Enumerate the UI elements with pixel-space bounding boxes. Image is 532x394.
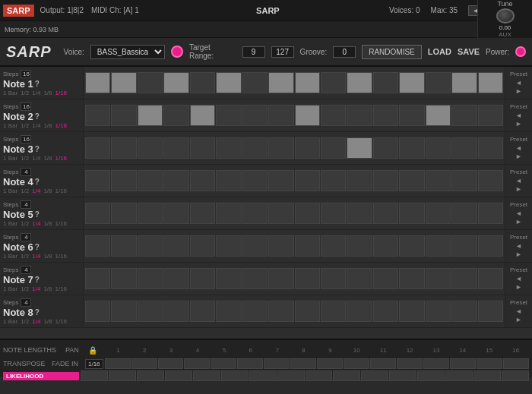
grid-cell-1-3[interactable]	[138, 72, 163, 93]
bar-opt-3-12[interactable]: 1/2	[21, 155, 29, 162]
transpose-cell-12[interactable]	[397, 358, 423, 369]
bar-opt-1-1 Bar[interactable]: 1 Bar	[3, 90, 17, 96]
bar-opt-8-1 Bar[interactable]: 1 Bar	[3, 318, 17, 325]
preset-up-1[interactable]: ◄	[515, 79, 522, 87]
grid-cell-4-10[interactable]	[321, 170, 346, 191]
preset-down-2[interactable]: ►	[515, 120, 522, 128]
grid-cell-4-7[interactable]	[242, 170, 268, 191]
target-low-input[interactable]	[242, 46, 265, 58]
grid-cell-2-6[interactable]	[216, 105, 241, 126]
bar-opt-1-14[interactable]: 1/4	[32, 90, 40, 96]
transpose-cell-2[interactable]	[131, 358, 157, 369]
grid-cell-1-6[interactable]	[216, 72, 241, 93]
grid-cell-7-1[interactable]	[85, 268, 110, 289]
bar-opt-2-18[interactable]: 1/8	[43, 122, 52, 129]
grid-cell-7-9[interactable]	[295, 268, 320, 289]
grid-cell-2-8[interactable]	[268, 105, 293, 126]
likelihood-cell-5[interactable]	[193, 370, 220, 381]
transpose-cell-16[interactable]	[503, 358, 529, 369]
grid-cell-5-12[interactable]	[373, 203, 398, 224]
transpose-cell-5[interactable]	[211, 358, 236, 369]
grid-cell-1-5[interactable]	[190, 72, 215, 93]
preset-up-2[interactable]: ◄	[515, 112, 522, 119]
bar-opt-8-116[interactable]: 1/16	[55, 318, 68, 325]
grid-cell-3-7[interactable]	[242, 137, 268, 159]
bar-opt-5-18[interactable]: 1/8	[43, 220, 52, 227]
grid-cell-8-6[interactable]	[216, 301, 241, 322]
grid-cell-4-5[interactable]	[190, 170, 215, 191]
grid-cell-2-1[interactable]	[85, 105, 110, 126]
grid-cell-6-5[interactable]	[190, 235, 215, 257]
grid-cell-3-11[interactable]	[347, 137, 372, 159]
grid-cell-7-16[interactable]	[478, 268, 503, 289]
bar-opt-6-1 Bar[interactable]: 1 Bar	[3, 253, 17, 260]
grid-cell-7-10[interactable]	[321, 268, 346, 289]
tune-knob[interactable]	[496, 8, 515, 24]
preset-up-6[interactable]: ◄	[515, 242, 522, 250]
likelihood-cell-3[interactable]	[137, 370, 164, 381]
likelihood-cell-16[interactable]	[502, 370, 529, 381]
grid-cell-2-9[interactable]	[295, 105, 320, 126]
likelihood-cell-11[interactable]	[361, 370, 388, 381]
grid-cell-8-3[interactable]	[138, 301, 163, 322]
grid-cell-6-14[interactable]	[426, 235, 451, 257]
grid-cell-4-2[interactable]	[111, 170, 136, 191]
grid-cell-3-1[interactable]	[85, 137, 110, 159]
steps-num-1[interactable]: 16	[21, 70, 31, 78]
likelihood-cell-14[interactable]	[445, 370, 473, 381]
grid-cell-8-16[interactable]	[478, 301, 503, 322]
grid-cell-5-10[interactable]	[321, 203, 346, 224]
grid-cell-2-15[interactable]	[451, 105, 477, 126]
grid-cell-2-3[interactable]	[138, 105, 163, 126]
grid-cell-6-16[interactable]	[478, 235, 503, 257]
likelihood-cell-2[interactable]	[109, 370, 136, 381]
transpose-cell-7[interactable]	[264, 358, 290, 369]
grid-cell-2-14[interactable]	[426, 105, 451, 126]
grid-cell-1-11[interactable]	[347, 72, 372, 93]
grid-cell-2-10[interactable]	[321, 105, 346, 126]
grid-cell-7-14[interactable]	[426, 268, 451, 289]
voice-select[interactable]: BASS_Bassica	[90, 45, 165, 59]
grid-cell-7-3[interactable]	[138, 268, 163, 289]
grid-cell-4-12[interactable]	[373, 170, 398, 191]
grid-cell-4-16[interactable]	[478, 170, 503, 191]
grid-cell-8-5[interactable]	[190, 301, 215, 322]
bar-opt-3-1 Bar[interactable]: 1 Bar	[3, 155, 17, 162]
grid-cell-6-9[interactable]	[295, 235, 320, 257]
grid-cell-7-11[interactable]	[347, 268, 372, 289]
grid-cell-8-15[interactable]	[451, 301, 477, 322]
grid-cell-5-3[interactable]	[138, 203, 163, 224]
grid-cell-1-4[interactable]	[163, 72, 188, 93]
bar-opt-2-14[interactable]: 1/4	[32, 122, 40, 129]
transpose-cell-3[interactable]	[158, 358, 184, 369]
grid-cell-4-3[interactable]	[138, 170, 163, 191]
grid-cell-4-14[interactable]	[426, 170, 451, 191]
bar-opt-6-14[interactable]: 1/4	[32, 253, 40, 260]
transpose-cell-13[interactable]	[423, 358, 449, 369]
likelihood-cell-1[interactable]	[81, 370, 108, 381]
grid-cell-3-6[interactable]	[216, 137, 241, 159]
steps-num-2[interactable]: 16	[21, 102, 31, 111]
grid-cell-8-12[interactable]	[373, 301, 398, 322]
bar-opt-5-14[interactable]: 1/4	[32, 220, 40, 227]
bar-opt-6-18[interactable]: 1/8	[43, 253, 52, 260]
grid-cell-4-4[interactable]	[163, 170, 188, 191]
steps-num-8[interactable]: 4	[21, 298, 31, 307]
grid-cell-8-1[interactable]	[85, 301, 110, 322]
steps-num-3[interactable]: 16	[21, 135, 31, 143]
grid-cell-6-11[interactable]	[347, 235, 372, 257]
grid-cell-2-7[interactable]	[242, 105, 268, 126]
grid-cell-4-9[interactable]	[295, 170, 320, 191]
transpose-cell-15[interactable]	[477, 358, 502, 369]
grid-cell-6-13[interactable]	[399, 235, 424, 257]
target-high-input[interactable]	[271, 46, 294, 58]
groove-input[interactable]	[333, 46, 356, 58]
preset-down-5[interactable]: ►	[515, 218, 522, 225]
transpose-cell-11[interactable]	[370, 358, 396, 369]
preset-up-3[interactable]: ◄	[515, 144, 522, 152]
grid-cell-3-15[interactable]	[451, 137, 477, 159]
grid-cell-3-8[interactable]	[268, 137, 293, 159]
preset-down-3[interactable]: ►	[515, 153, 522, 160]
grid-cell-8-10[interactable]	[321, 301, 346, 322]
grid-cell-4-15[interactable]	[451, 170, 477, 191]
